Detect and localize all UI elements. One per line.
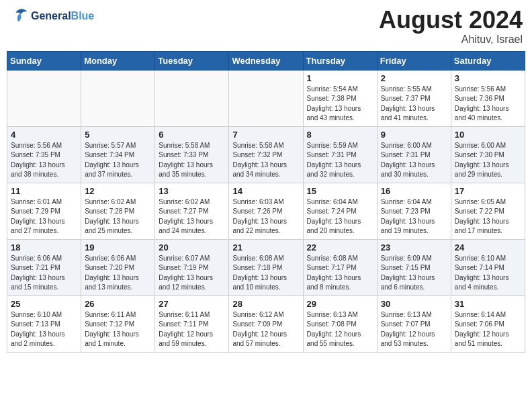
day-number: 24 xyxy=(455,242,521,253)
calendar-cell: 24Sunrise: 6:10 AM Sunset: 7:14 PM Dayli… xyxy=(451,239,525,295)
day-number: 10 xyxy=(455,130,521,140)
day-info: Sunrise: 6:08 AM Sunset: 7:17 PM Dayligh… xyxy=(307,254,373,293)
day-number: 29 xyxy=(307,299,373,309)
day-info: Sunrise: 6:01 AM Sunset: 7:29 PM Dayligh… xyxy=(11,197,77,236)
calendar-cell: 7Sunrise: 5:58 AM Sunset: 7:32 PM Daylig… xyxy=(229,126,303,183)
day-number: 21 xyxy=(232,242,299,253)
calendar-cell: 4Sunrise: 5:56 AM Sunset: 7:35 PM Daylig… xyxy=(7,126,81,183)
day-info: Sunrise: 5:58 AM Sunset: 7:32 PM Dayligh… xyxy=(232,141,299,180)
calendar-header-saturday: Saturday xyxy=(451,51,525,70)
day-info: Sunrise: 6:06 AM Sunset: 7:21 PM Dayligh… xyxy=(11,254,77,293)
day-number: 8 xyxy=(307,130,373,140)
day-info: Sunrise: 6:00 AM Sunset: 7:31 PM Dayligh… xyxy=(381,141,447,180)
calendar-cell: 21Sunrise: 6:08 AM Sunset: 7:18 PM Dayli… xyxy=(229,239,303,295)
calendar-cell xyxy=(229,70,303,126)
calendar-cell: 26Sunrise: 6:11 AM Sunset: 7:12 PM Dayli… xyxy=(81,295,155,352)
day-number: 1 xyxy=(307,73,373,83)
location-label: Ahituv, Israel xyxy=(379,34,523,46)
day-info: Sunrise: 5:54 AM Sunset: 7:38 PM Dayligh… xyxy=(307,85,373,124)
day-info: Sunrise: 6:09 AM Sunset: 7:15 PM Dayligh… xyxy=(381,254,447,293)
day-info: Sunrise: 5:59 AM Sunset: 7:31 PM Dayligh… xyxy=(307,141,373,180)
calendar-cell: 16Sunrise: 6:04 AM Sunset: 7:23 PM Dayli… xyxy=(377,183,451,239)
calendar-header-sunday: Sunday xyxy=(7,51,81,70)
day-number: 4 xyxy=(11,130,77,140)
calendar-cell: 27Sunrise: 6:11 AM Sunset: 7:11 PM Dayli… xyxy=(155,295,229,352)
day-number: 2 xyxy=(381,73,447,83)
day-number: 23 xyxy=(381,242,447,253)
logo-text: GeneralBlue xyxy=(31,10,94,22)
calendar-cell: 29Sunrise: 6:13 AM Sunset: 7:08 PM Dayli… xyxy=(303,295,377,352)
day-number: 18 xyxy=(11,242,77,253)
day-number: 6 xyxy=(159,130,225,140)
calendar-cell: 14Sunrise: 6:03 AM Sunset: 7:26 PM Dayli… xyxy=(229,183,303,239)
day-number: 16 xyxy=(381,186,447,196)
calendar-week-row: 4Sunrise: 5:56 AM Sunset: 7:35 PM Daylig… xyxy=(7,126,525,183)
day-number: 28 xyxy=(232,299,299,309)
day-info: Sunrise: 6:06 AM Sunset: 7:20 PM Dayligh… xyxy=(85,254,151,293)
calendar-cell: 11Sunrise: 6:01 AM Sunset: 7:29 PM Dayli… xyxy=(7,183,81,239)
title-block: August 2024 Ahituv, Israel xyxy=(379,7,523,46)
calendar-cell: 17Sunrise: 6:05 AM Sunset: 7:22 PM Dayli… xyxy=(451,183,525,239)
calendar-header-friday: Friday xyxy=(377,51,451,70)
day-number: 11 xyxy=(11,186,77,196)
day-number: 19 xyxy=(85,242,151,253)
day-info: Sunrise: 6:10 AM Sunset: 7:13 PM Dayligh… xyxy=(11,310,77,349)
day-info: Sunrise: 6:05 AM Sunset: 7:22 PM Dayligh… xyxy=(455,197,521,236)
day-number: 20 xyxy=(159,242,225,253)
day-number: 25 xyxy=(11,299,77,309)
calendar-cell: 6Sunrise: 5:58 AM Sunset: 7:33 PM Daylig… xyxy=(155,126,229,183)
day-info: Sunrise: 5:57 AM Sunset: 7:34 PM Dayligh… xyxy=(85,141,151,180)
calendar-cell: 31Sunrise: 6:14 AM Sunset: 7:06 PM Dayli… xyxy=(451,295,525,352)
day-info: Sunrise: 6:02 AM Sunset: 7:28 PM Dayligh… xyxy=(85,197,151,236)
day-info: Sunrise: 6:11 AM Sunset: 7:11 PM Dayligh… xyxy=(159,310,225,349)
day-number: 12 xyxy=(85,186,151,196)
day-info: Sunrise: 6:07 AM Sunset: 7:19 PM Dayligh… xyxy=(159,254,225,293)
calendar-cell: 9Sunrise: 6:00 AM Sunset: 7:31 PM Daylig… xyxy=(377,126,451,183)
calendar-cell: 30Sunrise: 6:13 AM Sunset: 7:07 PM Dayli… xyxy=(377,295,451,352)
day-number: 3 xyxy=(455,73,521,83)
calendar-cell: 19Sunrise: 6:06 AM Sunset: 7:20 PM Dayli… xyxy=(81,239,155,295)
calendar-table: SundayMondayTuesdayWednesdayThursdayFrid… xyxy=(7,51,525,353)
day-number: 7 xyxy=(232,130,299,140)
page-header: GeneralBlue August 2024 Ahituv, Israel xyxy=(7,7,525,46)
calendar-week-row: 11Sunrise: 6:01 AM Sunset: 7:29 PM Dayli… xyxy=(7,183,525,239)
day-info: Sunrise: 6:11 AM Sunset: 7:12 PM Dayligh… xyxy=(85,310,151,349)
calendar-cell: 10Sunrise: 6:00 AM Sunset: 7:30 PM Dayli… xyxy=(451,126,525,183)
month-year-title: August 2024 xyxy=(379,7,523,34)
calendar-cell: 12Sunrise: 6:02 AM Sunset: 7:28 PM Dayli… xyxy=(81,183,155,239)
day-number: 5 xyxy=(85,130,151,140)
day-info: Sunrise: 6:14 AM Sunset: 7:06 PM Dayligh… xyxy=(455,310,521,349)
day-number: 31 xyxy=(455,299,521,309)
calendar-cell: 8Sunrise: 5:59 AM Sunset: 7:31 PM Daylig… xyxy=(303,126,377,183)
calendar-week-row: 25Sunrise: 6:10 AM Sunset: 7:13 PM Dayli… xyxy=(7,295,525,352)
calendar-cell: 3Sunrise: 5:56 AM Sunset: 7:36 PM Daylig… xyxy=(451,70,525,126)
calendar-cell xyxy=(81,70,155,126)
day-number: 9 xyxy=(381,130,447,140)
day-info: Sunrise: 6:08 AM Sunset: 7:18 PM Dayligh… xyxy=(232,254,299,293)
day-info: Sunrise: 6:12 AM Sunset: 7:09 PM Dayligh… xyxy=(232,310,299,349)
day-info: Sunrise: 6:04 AM Sunset: 7:23 PM Dayligh… xyxy=(381,197,447,236)
calendar-cell: 23Sunrise: 6:09 AM Sunset: 7:15 PM Dayli… xyxy=(377,239,451,295)
calendar-cell: 28Sunrise: 6:12 AM Sunset: 7:09 PM Dayli… xyxy=(229,295,303,352)
logo-icon xyxy=(9,7,28,26)
day-info: Sunrise: 5:55 AM Sunset: 7:37 PM Dayligh… xyxy=(381,85,447,124)
calendar-cell: 1Sunrise: 5:54 AM Sunset: 7:38 PM Daylig… xyxy=(303,70,377,126)
day-number: 14 xyxy=(232,186,299,196)
calendar-week-row: 1Sunrise: 5:54 AM Sunset: 7:38 PM Daylig… xyxy=(7,70,525,126)
day-info: Sunrise: 6:04 AM Sunset: 7:24 PM Dayligh… xyxy=(307,197,373,236)
day-number: 17 xyxy=(455,186,521,196)
day-number: 15 xyxy=(307,186,373,196)
calendar-cell: 18Sunrise: 6:06 AM Sunset: 7:21 PM Dayli… xyxy=(7,239,81,295)
day-info: Sunrise: 6:13 AM Sunset: 7:08 PM Dayligh… xyxy=(307,310,373,349)
day-info: Sunrise: 6:13 AM Sunset: 7:07 PM Dayligh… xyxy=(381,310,447,349)
day-number: 26 xyxy=(85,299,151,309)
calendar-cell: 25Sunrise: 6:10 AM Sunset: 7:13 PM Dayli… xyxy=(7,295,81,352)
day-info: Sunrise: 6:00 AM Sunset: 7:30 PM Dayligh… xyxy=(455,141,521,180)
day-number: 30 xyxy=(381,299,447,309)
calendar-cell: 20Sunrise: 6:07 AM Sunset: 7:19 PM Dayli… xyxy=(155,239,229,295)
calendar-header-row: SundayMondayTuesdayWednesdayThursdayFrid… xyxy=(7,51,525,70)
calendar-cell: 13Sunrise: 6:02 AM Sunset: 7:27 PM Dayli… xyxy=(155,183,229,239)
day-number: 22 xyxy=(307,242,373,253)
calendar-cell xyxy=(155,70,229,126)
day-number: 27 xyxy=(159,299,225,309)
